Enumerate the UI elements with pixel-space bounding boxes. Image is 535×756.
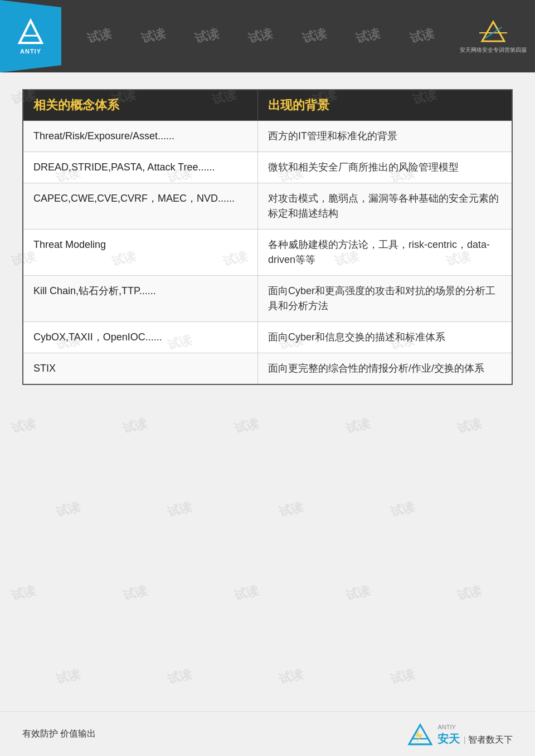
- page-wm-21: 试读: [344, 415, 372, 437]
- brand-subtitle: 安天网络安全专训营第四届: [460, 46, 527, 54]
- table-row: STIX面向更完整的综合性的情报分析/作业/交换的体系: [23, 353, 512, 385]
- table-cell-left-4: Kill Chain,钻石分析,TTP......: [23, 276, 257, 322]
- footer-brand-icon: [406, 723, 434, 745]
- table-cell-left-1: DREAD,STRIDE,PASTA, Attack Tree......: [23, 152, 257, 183]
- header-wm-3: 试读: [193, 25, 221, 47]
- table-row: Threat/Risk/Exposure/Asset......西方的IT管理和…: [23, 121, 512, 152]
- page-wm-32: 试读: [54, 666, 82, 688]
- footer-brand-sub: 智者数天下: [468, 735, 513, 744]
- page-wm-33: 试读: [166, 666, 193, 688]
- table-cell-right-5: 面向Cyber和信息交换的描述和标准体系: [257, 322, 512, 353]
- table-cell-right-3: 各种威胁建模的方法论，工具，risk-centric，data-driven等等: [257, 230, 512, 276]
- header-wm-6: 试读: [354, 25, 382, 47]
- page-wm-22: 试读: [455, 415, 483, 437]
- page-wm-27: 试读: [9, 582, 37, 604]
- page-wm-25: 试读: [277, 499, 305, 521]
- footer: 有效防护 价值输出 ANTIY 安天 | 智者数天下: [0, 711, 535, 756]
- table-row: Kill Chain,钻石分析,TTP......面向Cyber和更高强度的攻击…: [23, 276, 512, 322]
- table-row: DREAD,STRIDE,PASTA, Attack Tree......微软和…: [23, 152, 512, 183]
- header-brand: 安天网络安全专训营第四届: [460, 8, 527, 64]
- page-wm-26: 试读: [388, 499, 416, 521]
- page-wm-24: 试读: [166, 499, 193, 521]
- footer-left-text: 有效防护 价值输出: [22, 728, 96, 740]
- table-row: Threat Modeling各种威胁建模的方法论，工具，risk-centri…: [23, 230, 512, 276]
- table-cell-right-4: 面向Cyber和更高强度的攻击和对抗的场景的分析工具和分析方法: [257, 276, 512, 322]
- page-wm-30: 试读: [344, 582, 372, 604]
- footer-antiy-label: ANTIY: [437, 724, 455, 730]
- table-cell-right-1: 微软和相关安全厂商所推出的风险管理模型: [257, 152, 512, 183]
- table-row: CybOX,TAXII，OpenIOC......面向Cyber和信息交换的描述…: [23, 322, 512, 353]
- page-wm-23: 试读: [54, 499, 82, 521]
- header-wm-7: 试读: [408, 25, 436, 47]
- brand-icon: [476, 19, 510, 44]
- header: ANTIY 试读 试读 试读 试读 试读 试读 试读 安天网络安全专训营第四届: [0, 0, 535, 72]
- table-cell-left-3: Threat Modeling: [23, 230, 257, 276]
- page-wm-29: 试读: [232, 582, 260, 604]
- header-wm-1: 试读: [85, 25, 113, 47]
- footer-brand-texts: ANTIY 安天 | 智者数天下: [437, 721, 513, 747]
- table-cell-left-0: Threat/Risk/Exposure/Asset......: [23, 121, 257, 152]
- page-wm-18: 试读: [9, 415, 37, 437]
- logo-text: ANTIY: [20, 48, 41, 55]
- main-content: 相关的概念体系 出现的背景 Threat/Risk/Exposure/Asset…: [0, 72, 535, 402]
- data-table: 相关的概念体系 出现的背景 Threat/Risk/Exposure/Asset…: [22, 89, 513, 385]
- header-wm-5: 试读: [300, 25, 328, 47]
- logo-box: ANTIY: [0, 0, 61, 72]
- table-cell-left-6: STIX: [23, 353, 257, 385]
- col1-header: 相关的概念体系: [23, 90, 257, 121]
- header-wm-2: 试读: [139, 25, 167, 47]
- footer-divider: |: [464, 735, 466, 744]
- table-cell-right-2: 对攻击模式，脆弱点，漏洞等各种基础的安全元素的标定和描述结构: [257, 183, 512, 230]
- footer-brand-main: 安天: [437, 733, 460, 745]
- page-wm-31: 试读: [455, 582, 483, 604]
- page-wm-28: 试读: [121, 582, 149, 604]
- table-cell-right-0: 西方的IT管理和标准化的背景: [257, 121, 512, 152]
- col2-header: 出现的背景: [257, 90, 512, 121]
- table-row: CAPEC,CWE,CVE,CVRF，MAEC，NVD......对攻击模式，脆…: [23, 183, 512, 230]
- table-cell-left-5: CybOX,TAXII，OpenIOC......: [23, 322, 257, 353]
- footer-brand: ANTIY 安天 | 智者数天下: [406, 721, 513, 747]
- page-wm-35: 试读: [388, 666, 416, 688]
- page-wm-19: 试读: [121, 415, 149, 437]
- page-wm-34: 试读: [277, 666, 305, 688]
- header-watermarks: 试读 试读 试读 试读 试读 试读 试读: [61, 28, 460, 45]
- table-cell-right-6: 面向更完整的综合性的情报分析/作业/交换的体系: [257, 353, 512, 385]
- page-wm-20: 试读: [232, 415, 260, 437]
- table-cell-left-2: CAPEC,CWE,CVE,CVRF，MAEC，NVD......: [23, 183, 257, 230]
- antiy-logo-icon: [14, 18, 47, 46]
- header-wm-4: 试读: [246, 25, 274, 47]
